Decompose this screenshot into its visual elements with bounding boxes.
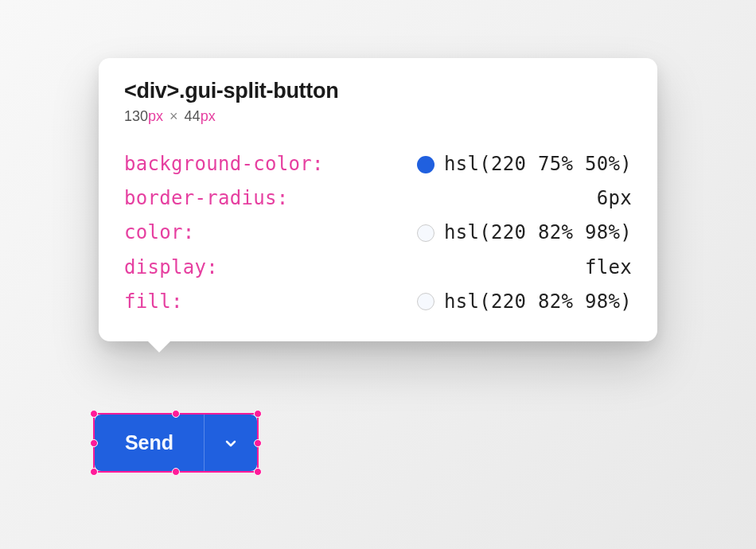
css-property-row: border-radius: 6px	[124, 181, 632, 216]
css-property-name: fill:	[124, 290, 183, 314]
send-button[interactable]: Send	[95, 415, 205, 471]
css-property-name: display:	[124, 255, 218, 280]
css-property-row: background-color: hsl(220 75% 50%)	[124, 147, 632, 181]
chevron-down-icon	[223, 435, 239, 451]
element-tag: <div>	[124, 79, 179, 103]
css-property-value: 6px	[597, 186, 632, 211]
css-property-row: fill: hsl(220 82% 98%)	[124, 285, 632, 319]
css-property-value: hsl(220 82% 98%)	[444, 220, 632, 245]
element-dimensions: 130px × 44px	[124, 108, 632, 125]
send-button-label: Send	[125, 431, 173, 454]
split-button-container: Send	[95, 415, 257, 471]
color-swatch-icon	[417, 293, 435, 310]
element-selector: <div>.gui-split-button	[124, 79, 632, 103]
css-property-row: color: hsl(220 82% 98%)	[124, 216, 632, 250]
css-property-name: border-radius:	[124, 186, 289, 211]
css-property-name: color:	[124, 220, 195, 245]
width-unit: px	[148, 108, 163, 124]
color-swatch-icon	[417, 224, 435, 242]
element-class: .gui-split-button	[179, 79, 338, 103]
height-unit: px	[201, 108, 216, 124]
css-property-row: display: flex	[124, 251, 632, 285]
width-value: 130	[124, 108, 148, 124]
inspector-tooltip: <div>.gui-split-button 130px × 44px back…	[99, 58, 657, 341]
css-property-value: hsl(220 75% 50%)	[444, 152, 632, 177]
dropdown-toggle-button[interactable]	[205, 415, 257, 471]
gui-split-button: Send	[95, 415, 257, 471]
css-property-value: hsl(220 82% 98%)	[444, 290, 632, 314]
dimension-separator: ×	[170, 108, 178, 124]
height-value: 44	[185, 108, 201, 124]
css-property-value: flex	[585, 255, 632, 280]
color-swatch-icon	[417, 156, 435, 173]
css-properties-list: background-color: hsl(220 75% 50%) borde…	[124, 147, 632, 319]
css-property-name: background-color:	[124, 152, 324, 177]
